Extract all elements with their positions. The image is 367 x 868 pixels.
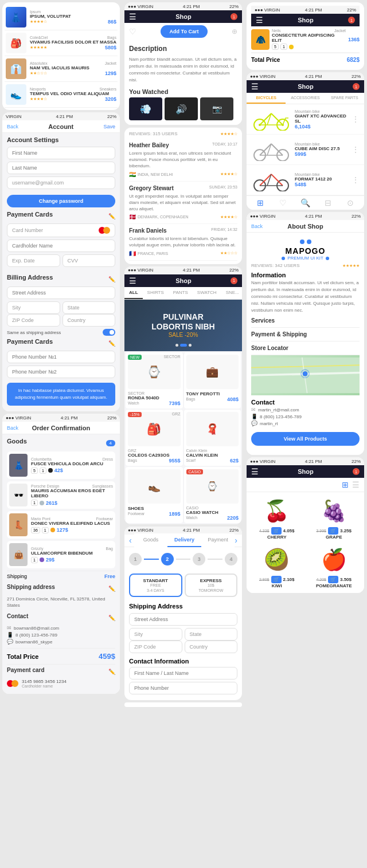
settings-icon[interactable]: ⊙ (339, 198, 362, 207)
del-zip-field[interactable]: ZIP Code (129, 641, 182, 653)
fruit-item-cherry[interactable]: 🍒 4.33$ 🛒 4.05$ CHERRY (249, 494, 305, 542)
cart-item[interactable]: 🧥 Neils Jacket CONSECTETUR ADIPISCING EL… (251, 26, 360, 53)
contact-edit-icon[interactable]: ✏️ (108, 615, 115, 621)
phone2-field[interactable] (7, 366, 115, 378)
search-icon[interactable]: 🔍 (294, 198, 317, 207)
order-item[interactable]: 👜 Grizzly Bag ULLAMCORPER BIBENDUM 1 29$ (7, 541, 115, 568)
order-item[interactable]: 👢 Mario Pont Footwear DONEC VIVERRA ELEI… (7, 511, 115, 539)
tab-all[interactable]: ALL (124, 287, 143, 299)
grid-item[interactable]: NEW SECTOR ⌚ SECTOR RONDA 5040D Watch 73… (126, 352, 183, 409)
zip-field[interactable]: ZIP Code (7, 314, 60, 327)
payment-card-edit-icon[interactable]: ✏️ (108, 669, 115, 675)
bikes-menu-icon[interactable]: ☰ (251, 82, 259, 91)
fruits-cart-badge[interactable]: 1 (353, 468, 360, 475)
grid-item[interactable]: 💼 TONY PEROTTI Bags 408$ (184, 352, 241, 409)
del-city-field[interactable]: Sity (129, 628, 182, 641)
express-shipping-option[interactable]: EXPRESS 10$ TOMORROW (185, 574, 238, 597)
tab-spare-parts[interactable]: SPARE PARTS (325, 93, 364, 104)
bike-item[interactable]: Mountain bike CUBE AIM DISC 27.5 599$ ⋮ (247, 135, 364, 165)
delivery-back-icon[interactable]: ‹ (129, 536, 132, 545)
grid-view-btn[interactable]: ⊞ (342, 480, 349, 489)
watched-item[interactable]: 🔊 (165, 97, 198, 120)
grid-item[interactable]: CASIO ⌚ CASIO CASIO WATCH Watch 220$ (184, 467, 241, 523)
change-password-button[interactable]: Change password (7, 195, 115, 207)
fruit-item-kiwi[interactable]: 🥝 2.80$ 🛒 2.10$ KIWI (249, 543, 305, 591)
cart-badge[interactable]: 1 (231, 13, 237, 20)
list-item[interactable]: 👔 Absolutex Jacket NAM VEL IACULIS MAURI… (5, 56, 118, 82)
delivery-forward-icon[interactable]: › (235, 536, 237, 545)
services-link[interactable]: Services (251, 314, 360, 328)
tab-swatch[interactable]: SWATCH (193, 287, 221, 299)
tab-more[interactable]: SNE... (221, 287, 242, 299)
del-street-field[interactable] (129, 613, 237, 626)
city-field[interactable]: Sity (7, 301, 60, 314)
list-item[interactable]: 👗 Ipsum IPSUM, VOLUTPAT ★★★★☆ 86$ (5, 5, 118, 30)
edit-icon[interactable]: ✏️ (108, 213, 115, 219)
fruit-item-pomegranate[interactable]: 🍎 4.20$ 🛒 3.50$ POMEGRANATE (306, 543, 362, 591)
grid-item[interactable]: 👞 SHOES Footwear 189$ (126, 467, 183, 523)
state-field[interactable]: State (63, 301, 116, 314)
fruit-item-grape[interactable]: 🍇 3.99$ 🛒 3.25$ GRAPE (306, 494, 362, 542)
bike-menu-icon-3[interactable]: ⋮ (352, 175, 360, 184)
list-item[interactable]: 👟 Nexports Sneakers TEMPUS VEL ODIO VITA… (5, 82, 118, 108)
bike-item[interactable]: Mountain bike FORMAT 1412 20 548$ ⋮ (247, 165, 364, 195)
watched-item[interactable]: 📷 (200, 97, 233, 120)
kiwi-cart-button[interactable]: 🛒 (271, 576, 282, 583)
delivery-tab[interactable]: Delivery (167, 533, 201, 547)
grid-item[interactable]: -15% GRZ 🎒 GRZ COLEOS CA293OS Bags 955$ (126, 410, 183, 466)
phone1-field[interactable] (7, 351, 115, 363)
same-address-toggle[interactable] (103, 329, 115, 336)
list-view-btn[interactable]: ☰ (352, 480, 360, 489)
bikes-cart-badge[interactable]: 1 (353, 83, 360, 90)
payment-shipping-link[interactable]: Payment & Shipping (251, 328, 360, 341)
tab-bicycles[interactable]: BICYCLES (247, 93, 286, 104)
cherry-cart-button[interactable]: 🛒 (271, 527, 282, 535)
about-back-button[interactable]: Back (251, 223, 263, 229)
bike-menu-icon[interactable]: ⋮ (352, 115, 360, 124)
email-field[interactable] (7, 176, 115, 189)
goods-tab[interactable]: Goods (134, 533, 168, 547)
menu-icon[interactable]: ☰ (129, 12, 136, 21)
filter-icon[interactable]: ⊟ (317, 198, 339, 207)
exp-date-field[interactable]: Exp. Date (7, 254, 60, 267)
order-back-button[interactable]: Back (7, 425, 18, 431)
cart-badge-right[interactable]: 1 (348, 17, 355, 23)
grid-view-icon[interactable]: ⊞ (249, 198, 271, 207)
del-country-field[interactable]: Country (185, 641, 238, 653)
grape-cart-button[interactable]: 🛒 (328, 527, 338, 535)
cvv-field[interactable]: CVV (63, 254, 116, 267)
payment-edit-icon[interactable]: ✏️ (108, 340, 115, 347)
add-to-cart-button[interactable]: Add To Cart (161, 25, 208, 38)
tab-accessories[interactable]: ACCESSORIES (286, 93, 325, 104)
street-field[interactable] (7, 286, 115, 299)
country-field[interactable]: Country (63, 314, 116, 327)
card-number-field[interactable]: Card Number (7, 223, 115, 237)
cart-badge-2[interactable]: 1 (231, 277, 237, 284)
cardholder-field[interactable] (7, 239, 115, 252)
store-locator-link[interactable]: Store Locator (251, 341, 360, 355)
first-name-field[interactable] (7, 147, 115, 159)
save-button[interactable]: Save (103, 124, 115, 129)
cart-menu-icon[interactable]: ☰ (256, 15, 263, 25)
back-button[interactable]: Back (7, 124, 18, 129)
tab-shirts[interactable]: SHIRTS (143, 287, 169, 299)
share-icon[interactable]: ⊕ (232, 28, 237, 36)
pomegranate-cart-button[interactable]: 🛒 (328, 576, 338, 583)
del-name-field[interactable] (129, 667, 237, 680)
list-item[interactable]: 🎒 Cole&Ciel Bags VIVAMUS FACILISIS DOLOR… (5, 30, 118, 56)
payment-tab[interactable]: Payment (201, 533, 235, 547)
menu-icon-2[interactable]: ☰ (129, 276, 136, 285)
grid-item[interactable]: 🧣 Calvin Klein CALVIN KLEIN Scarf 62$ (184, 410, 241, 466)
view-all-products-button[interactable]: View All Products (251, 432, 360, 446)
order-item[interactable]: 👗 Columbetta Dress FUSCE VEHICULA DOLOR … (7, 451, 115, 479)
watched-item[interactable]: 💨 (129, 97, 162, 120)
del-phone-field[interactable] (129, 682, 237, 694)
bike-menu-icon-2[interactable]: ⋮ (352, 145, 360, 154)
fruits-menu-icon[interactable]: ☰ (251, 467, 259, 476)
bike-item[interactable]: Mountain bike GIANT XTC ADVANCED SL 6,10… (247, 104, 364, 135)
standard-shipping-option[interactable]: STANDART FREE 3-4 DAYS (129, 574, 182, 597)
wishlist-icon[interactable]: ♡ (129, 27, 136, 36)
billing-edit-icon[interactable]: ✏️ (108, 276, 115, 282)
tab-pants[interactable]: PANTS (169, 287, 193, 299)
last-name-field[interactable] (7, 162, 115, 174)
